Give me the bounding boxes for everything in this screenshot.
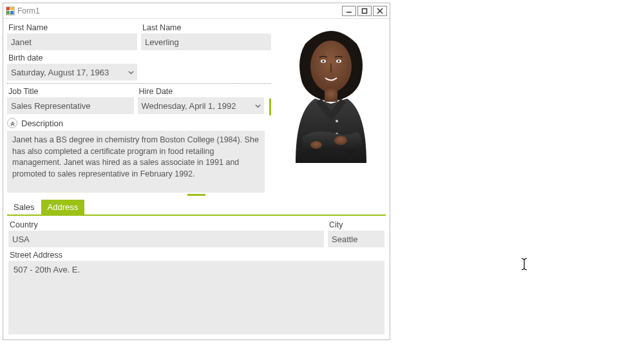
street-textarea[interactable]: 507 - 20th Ave. E. [8, 261, 384, 334]
svg-rect-11 [325, 89, 337, 102]
svg-point-12 [336, 120, 338, 122]
job-title-input[interactable]: Sales Representative [7, 97, 134, 114]
tab-content-address: Country USA City Seattle Street Address … [7, 216, 386, 337]
tab-strip: Sales Address [7, 200, 386, 216]
birth-date-dropdown[interactable]: Saturday, August 17, 1963 [7, 64, 137, 81]
collapse-button[interactable] [7, 118, 17, 128]
chevron-down-icon [124, 64, 137, 81]
svg-rect-5 [363, 8, 367, 13]
svg-point-9 [322, 60, 324, 62]
window-title: Form1 [17, 6, 40, 15]
country-label: Country [8, 218, 324, 231]
separator [7, 83, 271, 84]
city-input[interactable]: Seattle [328, 231, 384, 247]
street-label: Street Address [8, 249, 384, 261]
svg-rect-1 [6, 7, 10, 10]
chevron-down-icon [251, 97, 264, 114]
content-area: First Name Janet Last Name Leverling Bir… [3, 19, 390, 339]
last-name-label: Last Name [141, 21, 271, 33]
last-name-input[interactable]: Leverling [141, 33, 271, 50]
text-cursor-icon [520, 258, 528, 274]
description-label: Description [21, 119, 63, 128]
minimize-button[interactable] [342, 6, 356, 16]
svg-point-16 [310, 141, 322, 149]
job-title-label: Job Title [7, 85, 134, 97]
country-input[interactable]: USA [8, 231, 324, 247]
close-button[interactable] [373, 6, 387, 16]
description-textarea[interactable]: Janet has a BS degree in chemistry from … [7, 131, 265, 193]
maximize-button[interactable] [357, 6, 372, 16]
titlebar: Form1 [3, 3, 390, 19]
city-label: City [328, 218, 384, 231]
form-window: Form1 First Name Janet Last Name L [3, 3, 390, 340]
tab-address[interactable]: Address [41, 200, 85, 215]
splitter-handle[interactable] [187, 194, 205, 196]
svg-rect-2 [10, 11, 14, 14]
accent-bar [269, 99, 271, 115]
first-name-input[interactable]: Janet [7, 33, 137, 50]
birth-date-value: Saturday, August 17, 1963 [11, 68, 109, 77]
app-icon [6, 6, 15, 15]
employee-photo [276, 21, 386, 163]
hire-date-value: Wednesday, April 1, 1992 [142, 101, 236, 111]
first-name-label: First Name [7, 21, 137, 33]
hire-date-label: Hire Date [138, 85, 265, 97]
svg-point-6 [310, 41, 352, 92]
birth-date-label: Birth date [7, 52, 137, 64]
svg-point-15 [334, 136, 347, 145]
hire-date-dropdown[interactable]: Wednesday, April 1, 1992 [138, 97, 265, 114]
svg-rect-4 [6, 11, 10, 14]
svg-point-10 [337, 60, 339, 62]
tab-sales[interactable]: Sales [7, 200, 41, 215]
svg-rect-3 [10, 7, 14, 10]
